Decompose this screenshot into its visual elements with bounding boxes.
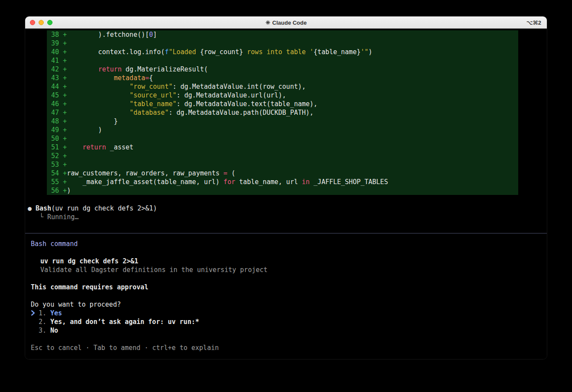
diff-line: 38 + ).fetchone()[0] <box>47 30 518 39</box>
option-number: 2. <box>39 318 46 326</box>
selection-pointer-icon <box>31 309 39 317</box>
code-token: ).fetchone()[ <box>67 31 149 39</box>
code-token: dg.MaterializeResult( <box>122 65 208 73</box>
diff-gutter: 53 + <box>51 161 67 168</box>
option-label: Yes, and don’t ask again for: uv run:* <box>50 318 199 326</box>
code-token: : dg.MetadataValue.path(DUCKDB_PATH), <box>169 109 314 117</box>
code-token: 0 <box>149 31 153 39</box>
minimize-button[interactable] <box>39 20 44 25</box>
code-token: _asset <box>106 143 133 151</box>
desktop: Claude Code ⌥⌘2 38 + ).fetchone()[0]39 +… <box>0 0 572 392</box>
terminal[interactable]: 38 + ).fetchone()[0]39 +40 + context.log… <box>25 29 547 360</box>
close-button[interactable] <box>30 20 35 25</box>
code-token <box>67 109 130 117</box>
tool-status-line: └Running… <box>28 213 547 221</box>
dialog-option-2[interactable]: 2.Yes, and don’t ask again for: uv run:* <box>31 317 547 326</box>
traffic-lights <box>30 20 52 25</box>
code-token: : dg.MetadataValue.text(table_name), <box>177 100 317 108</box>
tool-args: (uv run dg check defs 2>&1) <box>51 204 157 212</box>
code-token: : dg.MetadataValue.int(row_count), <box>173 83 306 91</box>
approval-note: This command requires approval <box>31 283 547 292</box>
diff-gutter: 39 + <box>51 39 67 47</box>
diff-line: 49 + ) <box>47 126 518 134</box>
code-token: "Loaded <box>169 48 200 56</box>
code-token: context.log.info( <box>67 48 165 56</box>
code-diff: 38 + ).fetchone()[0]39 +40 + context.log… <box>47 30 518 195</box>
dialog-title: Bash command <box>31 240 547 248</box>
code-token: '" <box>360 48 368 56</box>
code-token: ) <box>67 126 102 134</box>
diff-gutter: 41 + <box>51 57 67 65</box>
diff-line: 55 + _make_jaffle_asset(table_name, url)… <box>47 178 518 186</box>
code-token: ) <box>67 187 71 194</box>
code-token: metadata <box>114 74 145 82</box>
diff-gutter: 56 + <box>51 187 67 194</box>
diff-gutter: 48 + <box>51 117 67 125</box>
code-token: in <box>302 178 310 186</box>
dialog-question: Do you want to proceed? <box>31 300 547 309</box>
diff-gutter: 54 + <box>51 169 67 177</box>
tool-call-line: ●Bash(uv run dg check defs 2>&1) <box>28 204 547 213</box>
diff-gutter: 47 + <box>51 109 67 117</box>
dialog-option-1[interactable]: 1.Yes <box>31 309 547 317</box>
diff-line: 44 + "row_count": dg.MetadataValue.int(r… <box>47 82 518 91</box>
code-token: rows into table ' <box>243 48 314 56</box>
diff-line: 41 + <box>47 56 518 65</box>
diff-gutter: 49 + <box>51 126 67 134</box>
tool-bullet-icon: ● <box>28 204 32 212</box>
code-token <box>67 83 130 91</box>
code-token: {row_count} <box>200 48 243 56</box>
zoom-button[interactable] <box>47 20 52 25</box>
option-number: 1. <box>39 309 46 317</box>
code-token: table_name, url <box>235 178 302 186</box>
diff-line: 42 + return dg.MaterializeResult( <box>47 65 518 74</box>
code-token: "database" <box>130 109 169 117</box>
dialog-options: 1.Yes2.Yes, and don’t ask again for: uv … <box>31 309 547 335</box>
dialog-option-3[interactable]: 3.No <box>31 326 547 335</box>
dialog-footer-hints: Esc to cancel · Tab to amend · ctrl+e to… <box>31 343 547 352</box>
sparkle-asterisk-icon <box>265 20 270 25</box>
code-token: ) <box>369 48 373 56</box>
diff-gutter: 51 + <box>51 143 67 151</box>
claude-code-window: Claude Code ⌥⌘2 38 + ).fetchone()[0]39 +… <box>25 16 547 360</box>
diff-gutter: 52 + <box>51 152 67 160</box>
dialog-command-description: Validate all Dagster definitions in the … <box>31 266 547 274</box>
code-token: return <box>98 65 121 73</box>
window-title-text: Claude Code <box>272 19 307 26</box>
code-token: "source_url" <box>130 91 177 99</box>
diff-gutter: 43 + <box>51 74 67 82</box>
option-label: Yes <box>50 309 62 317</box>
code-token: } <box>67 117 118 125</box>
code-token: : dg.MetadataValue.url(url), <box>177 91 286 99</box>
diff-gutter: 55 + <box>51 178 67 186</box>
diff-line: 48 + } <box>47 117 518 126</box>
diff-line: 43 + metadata={ <box>47 74 518 82</box>
window-shortcut: ⌥⌘2 <box>526 19 541 26</box>
diff-line: 39 + <box>47 39 518 48</box>
option-label: No <box>50 327 58 334</box>
diff-line: 47 + "database": dg.MetadataValue.path(D… <box>47 108 518 117</box>
diff-line: 46 + "table_name": dg.MetadataValue.text… <box>47 100 518 108</box>
code-token: "table_name" <box>130 100 177 108</box>
elbow-icon: └ <box>39 213 43 221</box>
diff-gutter: 40 + <box>51 48 67 56</box>
code-token: _make_jaffle_asset(table_name, url) <box>67 178 223 186</box>
window-titlebar[interactable]: Claude Code ⌥⌘2 <box>25 16 547 29</box>
option-number: 3. <box>39 327 46 334</box>
code-token: {table_name} <box>314 48 360 56</box>
diff-line: 51 + return _asset <box>47 143 518 152</box>
tool-name: Bash <box>36 204 51 212</box>
code-token: "row_count" <box>130 83 173 91</box>
diff-line: 56 +) <box>47 186 518 195</box>
dialog-command: uv run dg check defs 2>&1 <box>31 257 547 266</box>
diff-gutter: 44 + <box>51 83 67 91</box>
tool-status-text: Running… <box>47 213 78 221</box>
code-token <box>67 100 130 108</box>
code-token <box>67 91 130 99</box>
code-token: ( <box>227 169 235 177</box>
diff-line: 40 + context.log.info(f"Loaded {row_coun… <box>47 48 518 56</box>
code-token: return <box>82 143 106 151</box>
code-token: = <box>145 74 149 82</box>
code-token <box>67 143 82 151</box>
diff-gutter: 45 + <box>51 91 67 99</box>
